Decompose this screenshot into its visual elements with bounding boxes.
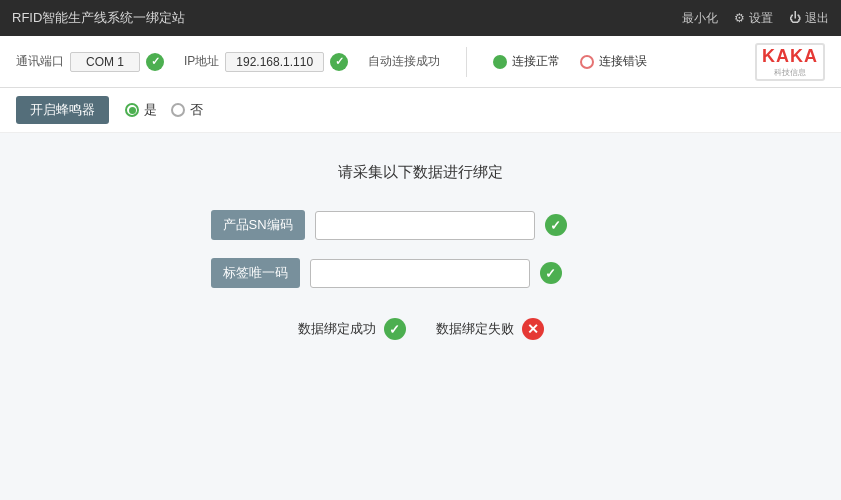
minimize-button[interactable]: 最小化 xyxy=(682,10,718,27)
status-error-label: 连接错误 xyxy=(599,53,647,70)
field1-label: 产品SN编码 xyxy=(211,210,305,240)
bind-fail-label: 数据绑定失败 xyxy=(436,320,514,338)
field1-input[interactable] xyxy=(315,211,535,240)
field1-status-icon: ✓ xyxy=(545,214,567,236)
field2-input[interactable] xyxy=(310,259,530,288)
buzzer-radio-group: 是 否 xyxy=(125,101,203,119)
buzzer-no-option[interactable]: 否 xyxy=(171,101,203,119)
status-normal-label: 连接正常 xyxy=(512,53,560,70)
title-bar: RFID智能生产线系统一绑定站 最小化 ⚙ 设置 ⏻ 退出 xyxy=(0,0,841,36)
bind-success-item: 数据绑定成功 ✓ xyxy=(298,318,406,340)
title-bar-controls: 最小化 ⚙ 设置 ⏻ 退出 xyxy=(682,10,829,27)
buzzer-no-radio[interactable] xyxy=(171,103,185,117)
exit-button[interactable]: ⏻ 退出 xyxy=(789,10,829,27)
com-port-value: COM 1 xyxy=(70,52,140,72)
bind-fail-item: 数据绑定失败 ✕ xyxy=(436,318,544,340)
form-row-tag: 标签唯一码 ✓ xyxy=(211,258,631,288)
field2-status-icon: ✓ xyxy=(540,262,562,284)
com-port-label: 通讯端口 xyxy=(16,53,64,70)
com-port-group: 通讯端口 COM 1 xyxy=(16,52,164,72)
logo-sub: 科技信息 xyxy=(762,67,818,78)
auto-connect-group: 自动连接成功 xyxy=(368,53,440,70)
buzzer-no-label: 否 xyxy=(190,101,203,119)
form-area: 产品SN编码 ✓ 标签唯一码 ✓ xyxy=(211,210,631,288)
buzzer-row: 开启蜂鸣器 是 否 xyxy=(0,88,841,133)
logo-text: KAKA xyxy=(762,46,818,67)
ip-value: 192.168.1.110 xyxy=(225,52,324,72)
main-content: 请采集以下数据进行绑定 产品SN编码 ✓ 标签唯一码 ✓ 数据绑定成功 ✓ 数据… xyxy=(0,133,841,500)
logo-area: KAKA 科技信息 xyxy=(755,43,825,81)
logo-box: KAKA 科技信息 xyxy=(755,43,825,81)
toolbar: 通讯端口 COM 1 IP地址 192.168.1.110 自动连接成功 连接正… xyxy=(0,36,841,88)
status-error-dot xyxy=(580,55,594,69)
section-title: 请采集以下数据进行绑定 xyxy=(338,163,503,182)
form-row-sn: 产品SN编码 ✓ xyxy=(211,210,631,240)
ip-label: IP地址 xyxy=(184,53,219,70)
bind-fail-icon: ✕ xyxy=(522,318,544,340)
buzzer-button[interactable]: 开启蜂鸣器 xyxy=(16,96,109,124)
toolbar-divider xyxy=(466,47,467,77)
ip-group: IP地址 192.168.1.110 xyxy=(184,52,348,72)
app-title: RFID智能生产线系统一绑定站 xyxy=(12,9,185,27)
status-normal-group: 连接正常 xyxy=(493,53,560,70)
com-port-status-icon xyxy=(146,53,164,71)
bind-success-icon: ✓ xyxy=(384,318,406,340)
auto-connect-label: 自动连接成功 xyxy=(368,53,440,70)
buzzer-yes-option[interactable]: 是 xyxy=(125,101,157,119)
buzzer-yes-radio[interactable] xyxy=(125,103,139,117)
status-normal-dot xyxy=(493,55,507,69)
bind-success-label: 数据绑定成功 xyxy=(298,320,376,338)
status-error-group: 连接错误 xyxy=(580,53,647,70)
buzzer-yes-label: 是 xyxy=(144,101,157,119)
ip-status-icon xyxy=(330,53,348,71)
status-row: 数据绑定成功 ✓ 数据绑定失败 ✕ xyxy=(298,318,544,340)
field2-label: 标签唯一码 xyxy=(211,258,300,288)
settings-button[interactable]: ⚙ 设置 xyxy=(734,10,773,27)
